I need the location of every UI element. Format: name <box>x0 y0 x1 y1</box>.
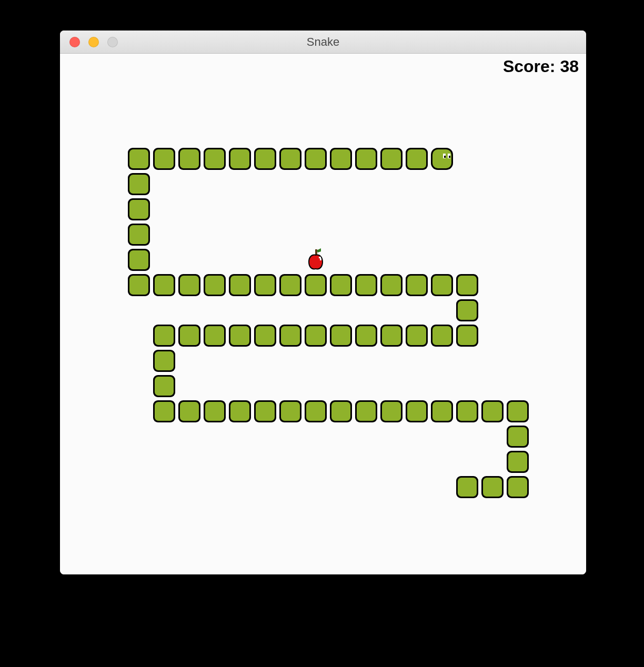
snake-segment <box>253 272 278 298</box>
svg-rect-13 <box>331 149 350 168</box>
snake-segment <box>379 272 404 298</box>
snake-segment <box>152 373 177 399</box>
svg-rect-47 <box>230 276 249 295</box>
snake-segment <box>227 323 253 348</box>
snake-segment <box>404 272 429 298</box>
svg-rect-137 <box>458 478 477 497</box>
snake-segment <box>354 323 379 348</box>
snake-segment <box>177 323 202 348</box>
svg-rect-11 <box>357 149 376 168</box>
titlebar[interactable]: Snake <box>60 31 586 54</box>
svg-rect-111 <box>306 402 325 421</box>
svg-rect-77 <box>357 326 376 345</box>
svg-rect-53 <box>306 276 325 295</box>
svg-rect-19 <box>256 149 275 168</box>
svg-rect-37 <box>129 250 148 269</box>
snake-segment <box>152 146 177 171</box>
snake-segment <box>455 298 480 323</box>
snake-segment <box>429 323 455 348</box>
snake-segment <box>227 272 253 298</box>
svg-rect-135 <box>483 478 502 497</box>
svg-rect-65 <box>458 276 477 295</box>
snake-segment <box>354 272 379 298</box>
snake-segment <box>126 146 152 171</box>
svg-rect-73 <box>407 326 426 345</box>
snake-segment <box>227 399 253 424</box>
snake-segment <box>404 146 429 171</box>
svg-rect-5 <box>449 156 450 158</box>
snake-segment <box>303 272 328 298</box>
svg-rect-71 <box>432 326 451 345</box>
svg-rect-127 <box>508 402 527 421</box>
game-canvas[interactable]: Score: 38 <box>60 54 586 574</box>
svg-rect-89 <box>205 326 224 345</box>
svg-rect-140 <box>320 258 321 260</box>
svg-rect-41 <box>155 276 174 295</box>
snake-segment <box>177 272 202 298</box>
svg-rect-99 <box>155 402 174 421</box>
svg-rect-113 <box>331 402 350 421</box>
svg-rect-29 <box>129 149 148 168</box>
game-window: Snake Score: 38 <box>60 31 586 574</box>
svg-rect-49 <box>256 276 275 295</box>
snake-segment <box>152 323 177 348</box>
svg-rect-27 <box>155 149 174 168</box>
snake-segment <box>404 323 429 348</box>
svg-rect-79 <box>331 326 350 345</box>
svg-rect-39 <box>129 276 148 295</box>
svg-rect-81 <box>306 326 325 345</box>
minimize-icon[interactable] <box>88 37 99 47</box>
svg-rect-83 <box>281 326 300 345</box>
snake-segment <box>455 474 480 500</box>
svg-rect-45 <box>205 276 224 295</box>
svg-rect-57 <box>357 276 376 295</box>
svg-rect-95 <box>155 351 174 370</box>
snake-segment <box>202 272 227 298</box>
snake-segment <box>303 323 328 348</box>
svg-rect-59 <box>382 276 401 295</box>
snake-segment <box>152 348 177 373</box>
score-display: Score: 38 <box>503 57 579 76</box>
svg-rect-43 <box>180 276 199 295</box>
close-icon[interactable] <box>69 37 80 47</box>
svg-rect-7 <box>407 149 426 168</box>
snake-segment <box>227 146 253 171</box>
svg-rect-1 <box>432 149 451 168</box>
svg-rect-9 <box>382 149 401 168</box>
snake-segment <box>480 474 505 500</box>
snake-segment <box>126 272 152 298</box>
snake-segment <box>202 399 227 424</box>
snake-segment <box>480 399 505 424</box>
snake-segment <box>202 146 227 171</box>
zoom-icon[interactable] <box>107 37 118 47</box>
svg-rect-139 <box>319 257 321 258</box>
svg-rect-91 <box>180 326 199 345</box>
svg-rect-35 <box>129 225 148 244</box>
svg-rect-117 <box>382 402 401 421</box>
svg-rect-107 <box>256 402 275 421</box>
snake-segment <box>253 146 278 171</box>
snake-segment <box>177 399 202 424</box>
svg-rect-4 <box>444 156 446 158</box>
snake-segment <box>379 323 404 348</box>
snake-segment <box>303 399 328 424</box>
svg-rect-103 <box>205 402 224 421</box>
svg-rect-87 <box>230 326 249 345</box>
snake-segment <box>328 272 354 298</box>
svg-rect-51 <box>281 276 300 295</box>
svg-rect-121 <box>432 402 451 421</box>
svg-rect-63 <box>432 276 451 295</box>
snake-segment <box>505 449 530 474</box>
svg-rect-105 <box>230 402 249 421</box>
snake-segment <box>303 146 328 171</box>
svg-rect-125 <box>483 402 502 421</box>
svg-rect-61 <box>407 276 426 295</box>
snake-segment <box>126 222 152 247</box>
snake-segment <box>505 474 530 500</box>
svg-rect-17 <box>281 149 300 168</box>
snake-segment <box>126 197 152 222</box>
svg-rect-55 <box>331 276 350 295</box>
svg-rect-123 <box>458 402 477 421</box>
svg-rect-15 <box>306 149 325 168</box>
apple-icon <box>303 247 328 272</box>
